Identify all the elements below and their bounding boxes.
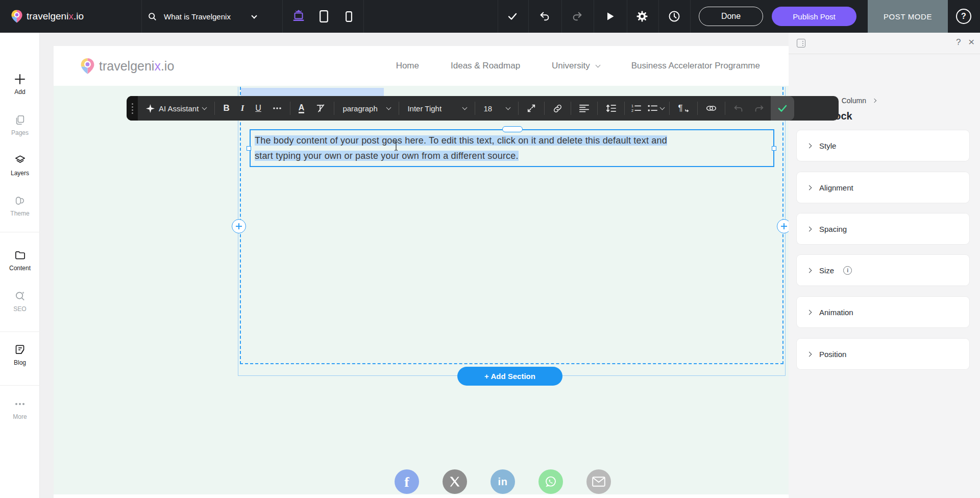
divider	[597, 102, 598, 115]
accordion-animation[interactable]: Animation	[797, 297, 969, 327]
commit-check-button[interactable]	[503, 7, 522, 26]
help-button[interactable]: ?	[956, 9, 971, 24]
numbered-list-button[interactable]: 12	[627, 96, 645, 121]
layers-icon	[0, 154, 40, 166]
undo-button[interactable]	[535, 7, 554, 26]
confirm-edit-button[interactable]	[771, 96, 794, 121]
linkedin-icon[interactable]: in	[491, 469, 515, 494]
page-selector[interactable]: What is Travelgenix	[148, 0, 256, 33]
ai-assistant-button[interactable]: AI Assistant	[138, 96, 212, 121]
divider	[518, 102, 519, 115]
accordion-spacing[interactable]: Spacing	[797, 214, 969, 244]
nav-item-ideas-roadmap[interactable]: Ideas & Roadmap	[451, 61, 520, 71]
sidebar-item-add[interactable]: Add	[0, 74, 40, 96]
resize-handle-right[interactable]	[772, 146, 776, 151]
publish-post-button[interactable]: Publish Post	[772, 7, 856, 26]
clear-formatting-button[interactable]	[310, 96, 331, 121]
add-section-button[interactable]: + Add Section	[457, 367, 562, 386]
text-format-toolbar: AI Assistant B I U A paragraph Inter Tig…	[127, 96, 839, 121]
unlink-icon	[706, 105, 717, 112]
divider	[475, 102, 475, 115]
plus-icon	[0, 74, 40, 85]
sidebar-item-pages[interactable]: Pages	[0, 114, 40, 136]
breadcrumb-column[interactable]: Column	[842, 97, 866, 105]
expand-toolbar-button[interactable]	[521, 96, 542, 121]
mobile-preview-button[interactable]	[341, 7, 356, 26]
accordion-alignment[interactable]: Alignment	[797, 172, 969, 203]
divider	[334, 102, 334, 115]
divider	[0, 331, 40, 332]
text-color-button[interactable]: A	[293, 96, 310, 121]
divider	[594, 0, 594, 33]
info-icon[interactable]: i	[843, 266, 852, 275]
clear-format-icon	[315, 103, 326, 113]
app-logo: travelgenix.io	[11, 0, 84, 33]
sidebar-item-seo[interactable]: SEO	[0, 290, 40, 313]
sidebar-item-content[interactable]: Content	[0, 249, 40, 272]
site-logo-text: travelgenix.io	[99, 59, 174, 74]
panel-help-button[interactable]: ?	[956, 37, 961, 48]
divider	[290, 102, 290, 115]
logo-text: travelgenix.io	[27, 11, 84, 22]
nav-item-university[interactable]: University	[552, 61, 600, 71]
insert-link-button[interactable]	[547, 96, 568, 121]
chevron-right-icon	[807, 185, 812, 190]
divider	[544, 102, 545, 115]
add-column-left-handle[interactable]	[232, 219, 246, 233]
bold-button[interactable]: B	[217, 96, 235, 121]
desktop-preview-button[interactable]	[288, 7, 309, 26]
x-twitter-icon[interactable]	[443, 469, 467, 494]
chevron-right-icon	[807, 268, 812, 273]
divider	[282, 0, 283, 33]
tablet-preview-button[interactable]	[315, 7, 332, 26]
underline-button[interactable]: U	[250, 96, 267, 121]
svg-text:1: 1	[631, 104, 633, 108]
sidebar-item-theme[interactable]: Theme	[0, 195, 40, 217]
accordion-style[interactable]: Style	[797, 130, 969, 161]
toolbar-drag-handle[interactable]	[127, 96, 138, 121]
dock-panel-icon[interactable]	[797, 39, 805, 48]
divider	[571, 102, 571, 115]
font-family-dropdown[interactable]: Inter Tight	[402, 96, 472, 121]
paragraph-style-dropdown[interactable]: paragraph	[337, 96, 396, 121]
unlink-button[interactable]	[700, 96, 722, 121]
facebook-icon[interactable]: f	[395, 469, 419, 494]
sidebar-item-blog[interactable]: Blog	[0, 344, 40, 366]
divider	[0, 385, 40, 386]
email-icon[interactable]	[586, 469, 611, 494]
accordion-position[interactable]: Position	[797, 339, 969, 369]
chevron-down-icon	[506, 105, 511, 110]
next-section-edge	[54, 494, 789, 498]
editor-undo-button[interactable]	[728, 96, 749, 121]
text-direction-button[interactable]: ¶	[672, 96, 694, 121]
editor-redo-button[interactable]	[749, 96, 770, 121]
resize-handle-top[interactable]	[502, 126, 523, 132]
bullet-list-button[interactable]	[645, 96, 667, 121]
preview-play-button[interactable]	[601, 7, 620, 26]
sidebar-item-layers[interactable]: Layers	[0, 154, 40, 177]
nav-item-business-accelerator[interactable]: Business Accelerator Programme	[631, 61, 760, 71]
panel-close-icon[interactable]: ×	[968, 36, 974, 48]
sidebar-item-more[interactable]: More	[0, 398, 40, 420]
settings-gear-icon[interactable]	[633, 7, 651, 26]
more-formats-button[interactable]	[267, 96, 287, 121]
chevron-down-icon	[251, 13, 257, 18]
chevron-right-icon	[807, 226, 812, 231]
selected-body-line-2: start typing your own or paste your own …	[255, 151, 519, 161]
resize-handle-left[interactable]	[247, 146, 251, 151]
done-button[interactable]: Done	[699, 7, 763, 26]
chevron-down-icon	[202, 105, 207, 110]
text-block-editor[interactable]: The body content of your post goes here.…	[250, 129, 774, 167]
italic-button[interactable]: I	[235, 96, 250, 121]
history-clock-icon[interactable]	[665, 7, 683, 26]
font-size-dropdown[interactable]: 18	[478, 96, 516, 121]
site-logo[interactable]: travelgenix.io	[81, 46, 174, 86]
line-height-button[interactable]	[600, 96, 622, 121]
redo-button[interactable]	[568, 7, 586, 26]
post-mode-badge: POST MODE	[868, 0, 948, 33]
nav-item-home[interactable]: Home	[396, 61, 419, 71]
accordion-size[interactable]: Size i	[797, 255, 969, 286]
whatsapp-icon[interactable]	[538, 469, 563, 494]
divider	[658, 0, 659, 33]
text-align-button[interactable]	[574, 96, 595, 121]
